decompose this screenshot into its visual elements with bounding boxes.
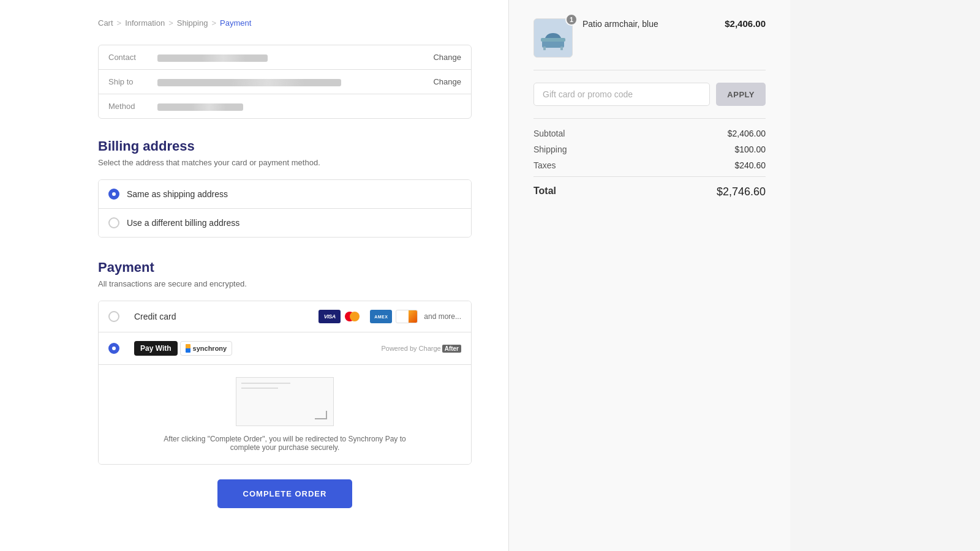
breadcrumb-information[interactable]: Information <box>125 18 165 28</box>
payment-method-box: Credit card VISA AMEX <box>98 301 472 465</box>
breadcrumb-cart[interactable]: Cart <box>98 18 113 28</box>
pay-with-button: Pay With <box>134 341 178 356</box>
taxes-row: Taxes $240.60 <box>533 160 766 170</box>
contact-row: Contact Change <box>99 45 471 70</box>
mastercard-icon <box>344 310 366 323</box>
svg-rect-3 <box>541 38 565 42</box>
ship-to-blurred <box>157 79 341 86</box>
billing-subtitle: Select the address that matches your car… <box>98 158 472 167</box>
visa-icon: VISA <box>318 310 341 323</box>
billing-section: Billing address Select the address that … <box>98 138 472 238</box>
shipping-row: Shipping $100.00 <box>533 144 766 154</box>
method-label: Method <box>108 102 157 111</box>
breadcrumb-sep-1: > <box>117 18 122 28</box>
product-row: 1 Patio armchair, blue $2,406.00 <box>533 18 766 70</box>
powered-by-text: Powered by Charge <box>381 345 440 352</box>
order-totals: Subtotal $2,406.00 Shipping $100.00 Taxe… <box>533 118 766 198</box>
breadcrumb-shipping[interactable]: Shipping <box>177 18 208 28</box>
order-info-box: Contact Change Ship to Change Method <box>98 45 472 119</box>
different-address-label: Use a different billing address <box>127 218 239 228</box>
total-label: Total <box>533 186 556 198</box>
breadcrumb: Cart > Information > Shipping > Payment <box>98 18 472 28</box>
product-thumbnail <box>538 23 568 53</box>
subtotal-row: Subtotal $2,406.00 <box>533 129 766 138</box>
synchrony-option[interactable]: Pay With synchrony Powered by Charge Aft… <box>99 332 471 364</box>
product-image-wrap: 1 <box>533 18 573 58</box>
contact-change-link[interactable]: Change <box>433 53 461 62</box>
synchrony-brand-label: synchrony <box>193 345 227 352</box>
promo-code-row[interactable]: APPLY <box>533 83 766 106</box>
more-cards-text: and more... <box>424 312 461 321</box>
subtotal-label: Subtotal <box>533 129 565 138</box>
card-icons: VISA AMEX and more... <box>318 310 461 323</box>
ship-to-label: Ship to <box>108 77 157 86</box>
payment-title: Payment <box>98 260 472 276</box>
billing-title: Billing address <box>98 138 472 154</box>
synchrony-redirect-text: After clicking "Complete Order", you wil… <box>150 435 420 452</box>
pay-with-label: Pay With <box>140 344 172 353</box>
different-address-option[interactable]: Use a different billing address <box>99 209 471 237</box>
synchrony-radio[interactable] <box>108 343 119 354</box>
iframe-arrow-icon <box>315 411 327 419</box>
order-summary-sidebar: 1 Patio armchair, blue $2,406.00 APPLY S… <box>508 0 790 551</box>
sync-bar-icon <box>186 344 190 353</box>
product-quantity-badge: 1 <box>565 13 578 26</box>
apply-promo-button[interactable]: APPLY <box>716 83 766 106</box>
shipping-label: Shipping <box>533 144 567 154</box>
subtotal-value: $2,406.00 <box>728 129 766 138</box>
credit-card-label: Credit card <box>134 312 176 321</box>
payment-section: Payment All transactions are secure and … <box>98 260 472 508</box>
contact-blurred <box>157 54 268 62</box>
credit-card-radio[interactable] <box>108 311 119 322</box>
product-image <box>533 18 573 58</box>
ship-to-row: Ship to Change <box>99 70 471 94</box>
same-address-radio[interactable] <box>108 189 119 200</box>
taxes-value: $240.60 <box>734 160 766 170</box>
taxes-label: Taxes <box>533 160 556 170</box>
contact-label: Contact <box>108 53 157 62</box>
total-row: Total $2,746.60 <box>533 176 766 198</box>
product-name: Patio armchair, blue <box>582 18 725 31</box>
method-row: Method <box>99 94 471 118</box>
powered-by-section: Powered by Charge After <box>381 345 461 353</box>
breadcrumb-sep-3: > <box>211 18 216 28</box>
product-price: $2,406.00 <box>725 18 766 29</box>
shipping-value: $100.00 <box>734 144 766 154</box>
payment-subtitle: All transactions are secure and encrypte… <box>98 279 472 288</box>
svg-rect-1 <box>543 47 546 50</box>
charge-after-badge: After <box>442 345 461 353</box>
synchrony-iframe-area: After clicking "Complete Order", you wil… <box>99 364 471 464</box>
same-address-label: Same as shipping address <box>127 189 228 199</box>
promo-code-input[interactable] <box>533 83 710 106</box>
amex-icon: AMEX <box>370 310 392 323</box>
ship-to-change-link[interactable]: Change <box>433 77 461 86</box>
total-value: $2,746.60 <box>717 186 766 198</box>
contact-value <box>157 53 433 62</box>
discover-icon <box>396 310 418 323</box>
credit-card-option[interactable]: Credit card VISA AMEX <box>99 301 471 332</box>
breadcrumb-sep-2: > <box>168 18 173 28</box>
complete-order-button[interactable]: COMPLETE ORDER <box>217 479 352 508</box>
same-address-option[interactable]: Same as shipping address <box>99 180 471 209</box>
method-value <box>157 102 461 111</box>
method-blurred <box>157 103 243 111</box>
different-address-radio[interactable] <box>108 217 119 228</box>
synchrony-logo: synchrony <box>180 341 233 356</box>
synchrony-iframe-placeholder <box>236 377 334 426</box>
ship-to-value <box>157 77 433 86</box>
svg-rect-2 <box>560 47 563 50</box>
breadcrumb-payment: Payment <box>220 18 251 28</box>
billing-address-radio-group: Same as shipping address Use a different… <box>98 179 472 238</box>
